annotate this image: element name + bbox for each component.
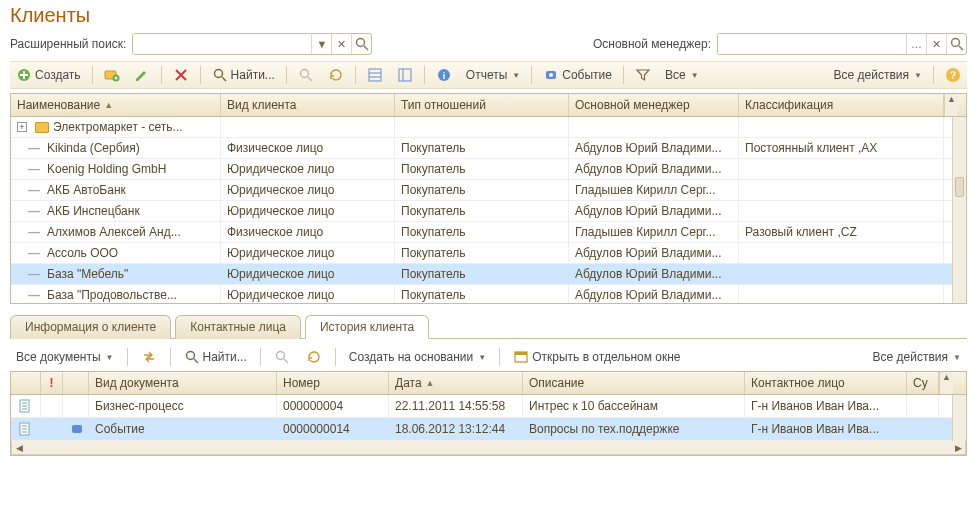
svg-point-9 — [300, 70, 308, 78]
list-view-button[interactable] — [361, 65, 389, 85]
close-icon[interactable]: ✕ — [926, 34, 946, 54]
clear-search-button-2[interactable] — [268, 347, 296, 367]
scroll-right-icon[interactable]: ▶ — [951, 443, 965, 453]
cell — [63, 395, 89, 417]
vertical-scrollbar[interactable] — [952, 395, 966, 441]
help-button[interactable]: ? — [939, 65, 967, 85]
col-date[interactable]: Дата▲ — [389, 372, 523, 394]
expand-icon[interactable]: + — [17, 122, 27, 132]
event-button[interactable]: Событие — [537, 65, 618, 85]
col-number[interactable]: Номер — [277, 372, 389, 394]
vertical-scrollbar[interactable] — [952, 117, 966, 303]
open-window-button[interactable]: Открыть в отдельном окне — [507, 347, 686, 367]
row-name: Koenig Holding GmbH — [47, 162, 166, 176]
new-folder-button[interactable] — [98, 65, 126, 85]
col-name[interactable]: Наименование▲ — [11, 94, 221, 116]
doc-kind: Событие — [89, 418, 277, 440]
scroll-left-icon[interactable]: ◀ — [12, 443, 26, 453]
table-row[interactable]: —АКБ АвтоБанкЮридическое лицоПокупательГ… — [11, 180, 966, 201]
scroll-up-icon[interactable]: ▲ — [944, 94, 958, 116]
tab-contacts[interactable]: Контактные лица — [175, 315, 301, 339]
reports-label: Отчеты — [466, 68, 507, 82]
ellipsis-icon[interactable]: … — [906, 34, 926, 54]
table-row[interactable]: —Kikinda (Сербия)Физическое лицоПокупате… — [11, 138, 966, 159]
manager-input[interactable] — [718, 34, 906, 54]
col-su[interactable]: Су — [907, 372, 939, 394]
col-doc-kind[interactable]: Вид документа — [89, 372, 277, 394]
find-button-2[interactable]: Найти... — [178, 347, 253, 367]
item-icon: — — [29, 206, 39, 216]
scroll-up-icon[interactable]: ▲ — [939, 372, 953, 394]
col-desc[interactable]: Описание — [523, 372, 745, 394]
manager-combo[interactable]: … ✕ — [717, 33, 967, 55]
find-button[interactable]: Найти... — [206, 65, 281, 85]
cell: Юридическое лицо — [221, 243, 395, 263]
magnifier-icon[interactable] — [351, 34, 371, 54]
table-row[interactable]: —Алхимов Алексей Анд...Физическое лицоПо… — [11, 222, 966, 243]
svg-rect-14 — [399, 69, 411, 81]
swap-button[interactable] — [135, 347, 163, 367]
cell: Разовый клиент ,CZ — [739, 222, 944, 242]
create-based-button[interactable]: Создать на основании▼ — [343, 348, 492, 366]
col-contact[interactable]: Контактное лицо — [745, 372, 907, 394]
table-row[interactable]: Бизнес-процесс00000000422.11.2011 14:55:… — [11, 395, 966, 418]
filter-button[interactable] — [629, 65, 657, 85]
reports-button[interactable]: Отчеты ▼ — [460, 66, 526, 84]
table-row[interactable]: —База "Продовольстве...Юридическое лицоП… — [11, 285, 966, 303]
all-button[interactable]: Все ▼ — [659, 66, 705, 84]
cell: Гладышев Кирилл Серг... — [569, 222, 739, 242]
scrollbar-thumb[interactable] — [955, 177, 964, 197]
edit-button[interactable] — [128, 65, 156, 85]
svg-line-1 — [364, 46, 368, 50]
ext-search-combo[interactable]: ▼ ✕ — [132, 33, 372, 55]
table-row[interactable]: + Электромаркет - сеть... — [11, 117, 966, 138]
cell: Юридическое лицо — [221, 285, 395, 303]
all-docs-button[interactable]: Все документы▼ — [10, 348, 120, 366]
svg-point-2 — [951, 39, 959, 47]
table-row[interactable]: —База "Мебель"Юридическое лицоПокупатель… — [11, 264, 966, 285]
cell: Покупатель — [395, 138, 569, 158]
svg-point-22 — [186, 352, 194, 360]
detail-tabs: Информация о клиенте Контактные лица Ист… — [10, 314, 967, 339]
horizontal-scrollbar[interactable]: ◀ ▶ — [11, 441, 966, 455]
col-blank[interactable] — [11, 372, 41, 394]
col-kind[interactable]: Вид клиента — [221, 94, 395, 116]
col-relation[interactable]: Тип отношений — [395, 94, 569, 116]
magnifier-icon[interactable] — [946, 34, 966, 54]
col-classification[interactable]: Классификация — [739, 94, 944, 116]
manager-label: Основной менеджер: — [593, 37, 711, 51]
item-icon: — — [29, 164, 39, 174]
chevron-down-icon[interactable]: ▼ — [311, 34, 331, 54]
all-actions-button[interactable]: Все действия ▼ — [828, 66, 928, 84]
cell — [221, 117, 395, 137]
svg-rect-30 — [72, 425, 82, 433]
row-name: Kikinda (Сербия) — [47, 141, 140, 155]
create-button[interactable]: Создать — [10, 65, 87, 85]
close-icon[interactable]: ✕ — [331, 34, 351, 54]
tab-history[interactable]: История клиента — [305, 315, 429, 339]
ext-search-input[interactable] — [133, 34, 311, 54]
table-row[interactable]: —Koenig Holding GmbHЮридическое лицоПоку… — [11, 159, 966, 180]
table-row[interactable]: —АКБ ИнспецбанкЮридическое лицоПокупател… — [11, 201, 966, 222]
tab-client-info[interactable]: Информация о клиенте — [10, 315, 171, 339]
all-label: Все — [665, 68, 686, 82]
folder-icon — [35, 122, 49, 133]
col-manager[interactable]: Основной менеджер — [569, 94, 739, 116]
row-name: АКБ Инспецбанк — [47, 204, 140, 218]
table-row[interactable]: —Ассоль ОООЮридическое лицоПокупательАбд… — [11, 243, 966, 264]
delete-button[interactable] — [167, 65, 195, 85]
refresh-button-2[interactable] — [300, 347, 328, 367]
tree-view-button[interactable] — [391, 65, 419, 85]
refresh-button[interactable] — [322, 65, 350, 85]
col-icon[interactable] — [63, 372, 89, 394]
cell: Покупатель — [395, 285, 569, 303]
col-flag[interactable]: ! — [41, 372, 63, 394]
doc-number: 000000004 — [277, 395, 389, 417]
table-row[interactable]: Событие000000001418.06.2012 13:12:44Вопр… — [11, 418, 966, 441]
cell: Покупатель — [395, 264, 569, 284]
row-name: База "Продовольстве... — [47, 288, 177, 302]
clear-search-button[interactable] — [292, 65, 320, 85]
info-button[interactable]: i — [430, 65, 458, 85]
chevron-down-icon: ▼ — [953, 353, 961, 362]
all-actions-button-2[interactable]: Все действия▼ — [867, 348, 967, 366]
